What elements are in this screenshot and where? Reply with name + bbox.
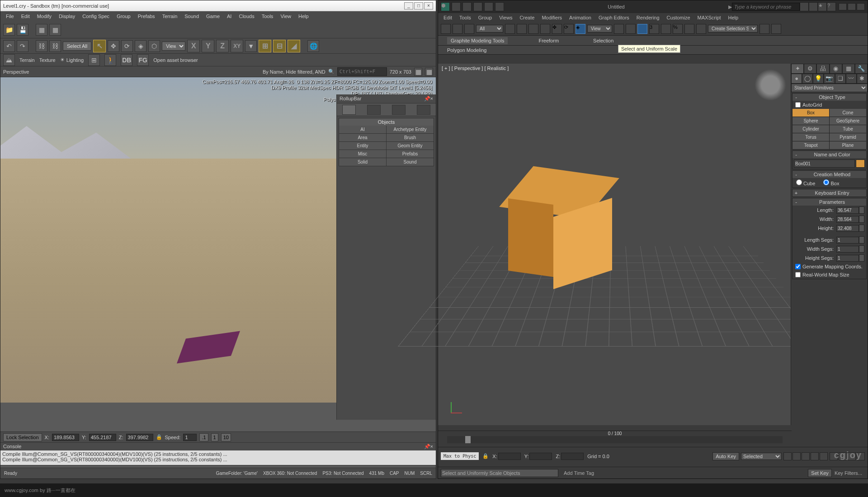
max-menu-create[interactable]: Create xyxy=(516,15,538,20)
params-header[interactable]: Parameters xyxy=(799,199,865,205)
snap2-icon[interactable] xyxy=(637,24,647,34)
lighting-label[interactable]: ☀ Lighting xyxy=(60,57,84,63)
objtype-header[interactable]: Object Type xyxy=(799,94,865,100)
menu-modify[interactable]: Modify xyxy=(33,14,55,19)
height-spinner[interactable] xyxy=(859,225,864,232)
select-icon[interactable]: ↖ xyxy=(93,40,106,52)
obj-prefabs[interactable]: Prefabs xyxy=(387,150,434,158)
play-icon[interactable] xyxy=(802,452,810,460)
menu-edit[interactable]: Edit xyxy=(18,14,33,19)
obj-brush[interactable]: Brush xyxy=(387,134,434,141)
xy-axis-button[interactable]: XY xyxy=(231,40,243,52)
move-icon[interactable]: ✥ xyxy=(108,40,119,52)
angle-snap-icon[interactable]: ◢ xyxy=(288,40,300,52)
color-swatch[interactable] xyxy=(856,159,865,168)
aspect-icon[interactable]: ▦ xyxy=(414,68,422,76)
window-icon[interactable] xyxy=(540,24,550,34)
height-input[interactable] xyxy=(836,225,859,232)
prim-geosphere[interactable]: GeoSphere xyxy=(830,117,866,125)
max-menu-tools[interactable]: Tools xyxy=(456,15,475,20)
mirror-icon[interactable] xyxy=(696,24,706,34)
undo2-icon[interactable] xyxy=(484,2,493,11)
display-tab-icon[interactable]: ▦ xyxy=(842,64,855,74)
prim-cone[interactable]: Cone xyxy=(830,109,866,117)
viewcube-icon[interactable] xyxy=(755,69,786,101)
ribbon-graphite[interactable]: Graphite Modeling Tools xyxy=(447,37,508,44)
menu-game[interactable]: Game xyxy=(203,14,223,19)
prim-cylinder[interactable]: Cylinder xyxy=(793,125,829,133)
speed-01[interactable]: .1 xyxy=(199,433,208,441)
db-icon[interactable]: DB xyxy=(121,54,132,66)
realworld-checkbox[interactable] xyxy=(795,272,801,277)
max-menu-maxscript[interactable]: MAXScript xyxy=(694,15,725,20)
asnap-icon[interactable] xyxy=(661,24,671,34)
minimize-button[interactable]: _ xyxy=(404,2,413,9)
help-icon1[interactable] xyxy=(800,2,809,11)
snap-grid-icon[interactable]: ⊞ xyxy=(88,54,100,66)
maxscript-input[interactable]: Max to Physc xyxy=(441,452,479,460)
move2-icon[interactable]: ✥ xyxy=(552,24,562,34)
x-input[interactable] xyxy=(52,434,79,441)
keyfilters-button[interactable]: Key Filters... xyxy=(835,470,862,476)
hierarchy-tab-icon[interactable]: 品 xyxy=(816,64,829,74)
layout-icon[interactable]: ▦ xyxy=(36,24,47,36)
fg-icon[interactable]: FG xyxy=(137,54,149,66)
lock-icon[interactable]: 🔒 xyxy=(156,434,162,440)
pivot-icon[interactable] xyxy=(614,24,624,34)
category-dropdown[interactable]: Standard Primitives xyxy=(791,84,868,92)
utility-tab-icon[interactable]: 🔧 xyxy=(855,64,868,74)
refcoord-dropdown[interactable]: View xyxy=(587,25,612,33)
layout2-icon[interactable]: ▦ xyxy=(49,24,61,36)
z-axis-button[interactable]: Z xyxy=(216,40,229,52)
prim-plane[interactable]: Plane xyxy=(830,141,866,149)
snap3-icon[interactable]: 3 xyxy=(649,24,659,34)
x2-input[interactable] xyxy=(498,453,521,460)
asset-browser-label[interactable]: Open asset browser xyxy=(153,57,198,63)
help-search[interactable] xyxy=(732,3,800,11)
menu-configspec[interactable]: Config Spec xyxy=(79,14,113,19)
max-menu-animation[interactable]: Animation xyxy=(566,15,595,20)
app-icon[interactable]: ⬢ xyxy=(441,2,450,11)
speed-input[interactable] xyxy=(183,434,197,441)
rollup-tab-1[interactable] xyxy=(342,105,356,115)
keymode-dropdown[interactable]: Selected xyxy=(741,453,782,460)
geometry-icon[interactable]: ● xyxy=(791,74,802,84)
x-axis-button[interactable]: X xyxy=(187,40,200,52)
scale2-icon[interactable]: ◈ xyxy=(576,24,585,34)
prim-teapot[interactable]: Teapot xyxy=(793,141,829,149)
next-key-icon[interactable] xyxy=(811,452,819,460)
menu-clouds[interactable]: Clouds xyxy=(235,14,258,19)
lights-icon[interactable]: 💡 xyxy=(813,74,824,84)
help-icon3[interactable]: ? xyxy=(827,2,836,11)
select-name-icon[interactable] xyxy=(517,24,527,34)
manip-icon[interactable] xyxy=(626,24,636,34)
object-name-input[interactable] xyxy=(794,159,855,168)
help-icon2[interactable] xyxy=(809,2,818,11)
select-tool-icon[interactable] xyxy=(505,24,515,34)
obj-misc[interactable]: Misc xyxy=(339,150,386,158)
lock-selection-button[interactable]: Lock Selection xyxy=(3,433,42,441)
view-dropdown[interactable]: View xyxy=(162,42,185,51)
box-object[interactable] xyxy=(508,172,599,276)
namecolor-header[interactable]: Name and Color xyxy=(799,152,865,157)
prim-torus[interactable]: Torus xyxy=(793,133,829,141)
max-menu-modifiers[interactable]: Modifiers xyxy=(538,15,566,20)
menu-view[interactable]: View xyxy=(277,14,295,19)
ssnap-icon[interactable] xyxy=(684,24,694,34)
grid-snap-icon[interactable]: ⊞ xyxy=(259,40,271,52)
obj-sound[interactable]: Sound xyxy=(387,158,434,166)
modify-tab-icon[interactable]: ⚙ xyxy=(804,64,816,74)
cube-radio[interactable] xyxy=(796,179,802,185)
autokey-button[interactable]: Auto Key xyxy=(712,452,739,460)
obj-entity[interactable]: Entity xyxy=(339,142,386,150)
max-menu-rendering[interactable]: Rendering xyxy=(633,15,663,20)
save-icon[interactable]: 💾 xyxy=(17,24,28,36)
open2-icon[interactable] xyxy=(462,2,472,11)
bind-icon[interactable] xyxy=(464,24,474,34)
menu-file[interactable]: File xyxy=(2,14,18,19)
cameras-icon[interactable]: 📷 xyxy=(824,74,835,84)
length-spinner[interactable] xyxy=(859,206,864,214)
rollup-pin-icon[interactable]: 📌 xyxy=(424,96,430,102)
menu-sound[interactable]: Sound xyxy=(181,14,203,19)
menu-terrain[interactable]: Terrain xyxy=(159,14,181,19)
